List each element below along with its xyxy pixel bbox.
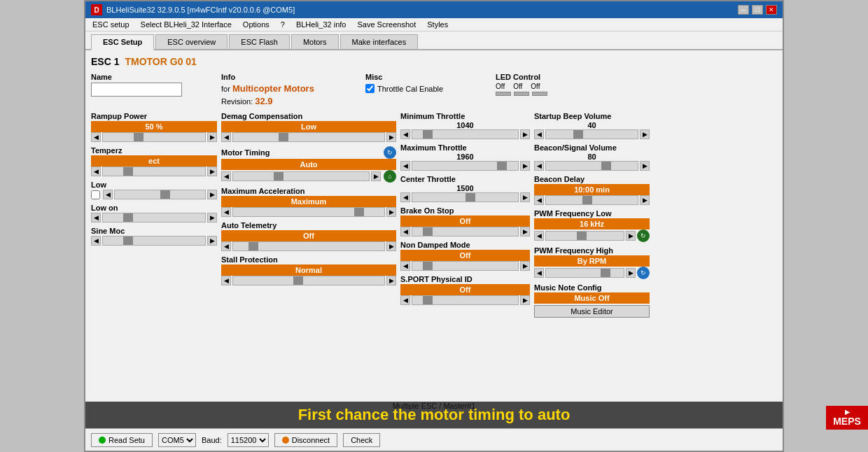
name-input[interactable] (91, 83, 182, 97)
low-on-right-arrow[interactable]: ▶ (207, 213, 217, 223)
menu-save-screenshot[interactable]: Save Screenshot (356, 20, 417, 29)
info-text: for Multicopter Motors Revision: 32.9 (221, 83, 361, 108)
max-accel-right-arrow[interactable]: ▶ (386, 207, 396, 217)
baud-rate-select[interactable]: 115200 (227, 433, 269, 447)
led-label: LED Control (496, 73, 608, 81)
tab-esc-setup[interactable]: ESC Setup (91, 34, 154, 50)
pwm-high-icon[interactable]: ↻ (637, 267, 650, 279)
rampup-power-right-arrow[interactable]: ▶ (207, 132, 217, 142)
beacon-vol-right-arrow[interactable]: ▶ (640, 161, 650, 171)
menu-select-interface[interactable]: Select BLHeli_32 Interface (139, 20, 233, 29)
beacon-delay-right-arrow[interactable]: ▶ (640, 195, 650, 205)
beacon-vol-left-arrow[interactable]: ◀ (534, 161, 544, 171)
music-editor-btn[interactable]: Music Editor (534, 305, 650, 318)
motor-timing-right-arrow[interactable]: ▶ (371, 171, 381, 181)
min-throttle-right-arrow[interactable]: ▶ (520, 129, 530, 139)
max-accel-track[interactable] (232, 207, 385, 217)
brake-left-arrow[interactable]: ◀ (400, 227, 410, 236)
menu-blheli-info[interactable]: BLHeli_32 info (295, 20, 348, 29)
pwm-low-icon[interactable]: ↻ (637, 229, 650, 242)
brake-right-arrow[interactable]: ▶ (520, 227, 530, 236)
motor-timing-track[interactable] (232, 171, 370, 181)
minimize-button[interactable]: ─ (738, 5, 749, 15)
stall-left-arrow[interactable]: ◀ (221, 276, 231, 285)
center-throttle-right-arrow[interactable]: ▶ (520, 192, 530, 202)
temp-right-arrow[interactable]: ▶ (207, 167, 217, 176)
startup-beep-track[interactable] (545, 129, 638, 139)
pwm-high-track[interactable] (545, 268, 624, 278)
pwm-low-right-arrow[interactable]: ▶ (626, 231, 636, 241)
tab-motors[interactable]: Motors (291, 34, 339, 49)
tab-esc-overview[interactable]: ESC overview (155, 34, 227, 49)
demag-left-arrow[interactable]: ◀ (221, 132, 231, 142)
sine-mode-track[interactable] (102, 236, 206, 246)
disconnect-indicator (282, 437, 289, 444)
menu-esc-setup[interactable]: ESC setup (91, 20, 131, 29)
name-panel: Name (91, 73, 217, 108)
close-button[interactable]: ✕ (766, 5, 777, 15)
min-throttle-track[interactable] (412, 129, 519, 139)
max-throttle-right-arrow[interactable]: ▶ (520, 161, 530, 171)
max-throttle-track[interactable] (412, 161, 519, 171)
tab-esc-flash[interactable]: ESC Flash (229, 34, 290, 49)
motor-timing-left-arrow[interactable]: ◀ (221, 171, 231, 181)
read-setup-button[interactable]: Read Setu (91, 433, 153, 447)
low-right-arrow[interactable]: ▶ (207, 190, 217, 199)
maximize-button[interactable]: □ (752, 5, 763, 15)
pwm-high-right-arrow[interactable]: ▶ (626, 268, 636, 278)
com-port-select[interactable]: COM5 (158, 433, 196, 447)
led-btn-2[interactable] (514, 92, 529, 96)
demag-track[interactable] (232, 132, 385, 142)
sine-mode-left-arrow[interactable]: ◀ (91, 236, 101, 246)
sport-track[interactable] (412, 295, 519, 305)
max-throttle-left-arrow[interactable]: ◀ (400, 161, 410, 171)
center-throttle-track[interactable] (412, 192, 519, 202)
led-btn-3[interactable] (532, 92, 547, 96)
rampup-power-left-arrow[interactable]: ◀ (91, 132, 101, 142)
tab-make-interfaces[interactable]: Make interfaces (340, 34, 419, 49)
disconnect-button[interactable]: Disconnect (274, 433, 337, 447)
startup-beep-left-arrow[interactable]: ◀ (534, 129, 544, 139)
stall-track[interactable] (232, 276, 385, 285)
low-on-left-arrow[interactable]: ◀ (91, 213, 101, 223)
sport-right-arrow[interactable]: ▶ (520, 295, 530, 305)
temp-label: Temperz (91, 146, 217, 155)
brake-track[interactable] (412, 227, 519, 236)
low-checkbox[interactable] (91, 190, 100, 199)
demag-right-arrow[interactable]: ▶ (386, 132, 396, 142)
pwm-low-track[interactable] (545, 231, 624, 241)
throttle-cal-checkbox[interactable] (365, 84, 374, 93)
menu-styles[interactable]: Styles (426, 20, 449, 29)
beacon-delay-left-arrow[interactable]: ◀ (534, 195, 544, 205)
pwm-high-left-arrow[interactable]: ◀ (534, 268, 544, 278)
col-right: Minimum Throttle 1040 ◀ ▶ Maximum Thrott… (400, 112, 530, 322)
low-on-track[interactable] (102, 213, 206, 223)
low-left-arrow[interactable]: ◀ (103, 190, 113, 199)
non-damped-left-arrow[interactable]: ◀ (400, 261, 410, 271)
sport-left-arrow[interactable]: ◀ (400, 295, 410, 305)
startup-beep-right-arrow[interactable]: ▶ (640, 129, 650, 139)
menu-options[interactable]: Options (241, 20, 271, 29)
stall-right-arrow[interactable]: ▶ (386, 276, 396, 285)
motor-timing-refresh-btn[interactable]: ↻ (384, 146, 396, 159)
max-accel-left-arrow[interactable]: ◀ (221, 207, 231, 217)
low-track[interactable] (114, 190, 206, 199)
led-btn-1[interactable] (496, 92, 511, 96)
non-damped-track[interactable] (412, 261, 519, 271)
auto-telemetry-track[interactable] (232, 241, 385, 251)
temp-left-arrow[interactable]: ◀ (91, 167, 101, 176)
pwm-low-left-arrow[interactable]: ◀ (534, 231, 544, 241)
non-damped-right-arrow[interactable]: ▶ (520, 261, 530, 271)
motor-timing-save-btn[interactable]: ⌂ (384, 170, 396, 183)
beacon-delay-track[interactable] (545, 195, 638, 205)
menu-help[interactable]: ? (279, 20, 286, 29)
min-throttle-left-arrow[interactable]: ◀ (400, 129, 410, 139)
sine-mode-right-arrow[interactable]: ▶ (207, 236, 217, 246)
auto-telemetry-right-arrow[interactable]: ▶ (386, 241, 396, 251)
temp-track[interactable] (102, 167, 206, 176)
center-throttle-left-arrow[interactable]: ◀ (400, 192, 410, 202)
check-button[interactable]: Check (343, 433, 380, 447)
auto-telemetry-left-arrow[interactable]: ◀ (221, 241, 231, 251)
beacon-vol-track[interactable] (545, 161, 638, 171)
rampup-power-track[interactable] (102, 132, 206, 142)
